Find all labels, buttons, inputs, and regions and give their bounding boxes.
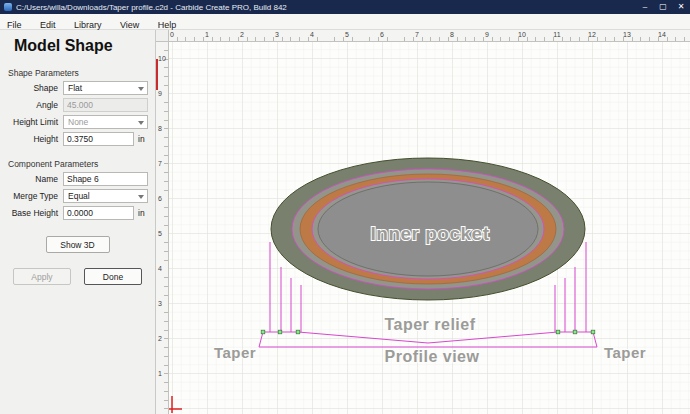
ruler-top-number: 0	[170, 31, 174, 38]
chevron-down-icon	[138, 195, 144, 199]
taper-right-watermark: Taper	[604, 344, 646, 361]
height-limit-select-value: None	[68, 117, 88, 127]
ruler-top-ticks	[169, 37, 690, 41]
height-row: Height in	[4, 132, 148, 146]
height-limit-select[interactable]: None	[63, 115, 148, 129]
ruler-left-number: 5	[158, 230, 162, 237]
shape-label: Shape	[4, 83, 63, 93]
merge-type-select[interactable]: Equal	[63, 189, 148, 203]
name-label: Name	[4, 174, 63, 184]
shape-select-value: Flat	[68, 83, 82, 93]
profile-view-watermark: Profile view	[385, 348, 480, 365]
model-shape-panel: Model Shape Shape Parameters Shape Flat …	[0, 30, 156, 414]
chevron-down-icon	[138, 87, 144, 91]
ruler-top-number: 14	[658, 31, 666, 38]
ruler-top-number: 5	[345, 31, 349, 38]
ruler-left-number: 6	[158, 195, 162, 202]
title-bar: C:/Users/willa/Downloads/Taper profile.c…	[0, 0, 690, 14]
name-row: Name	[4, 172, 148, 186]
done-button[interactable]: Done	[84, 268, 142, 285]
height-limit-row: Height Limit None	[4, 115, 148, 129]
action-row: Apply Done	[13, 268, 142, 285]
taper-left-watermark: Taper	[214, 344, 256, 361]
ruler-top-number: 3	[275, 31, 279, 38]
ruler-left-number: 4	[158, 265, 162, 272]
chevron-down-icon	[138, 121, 144, 125]
component-parameters-header: Component Parameters	[8, 159, 155, 169]
ruler-left-number: 2	[158, 335, 162, 342]
window-title: C:/Users/willa/Downloads/Taper profile.c…	[16, 3, 636, 12]
ruler-left-number: 1	[158, 370, 162, 377]
taper-relief-watermark: Taper relief	[384, 316, 475, 333]
ruler-top-number: 9	[485, 31, 489, 38]
ruler-left-ticks	[164, 42, 168, 414]
ruler-left-number: 10	[158, 55, 166, 62]
angle-field	[63, 98, 148, 112]
shape-row: Shape Flat	[4, 81, 148, 95]
name-field[interactable]	[63, 172, 148, 186]
merge-type-row: Merge Type Equal	[4, 189, 148, 203]
merge-type-label: Merge Type	[4, 191, 63, 201]
base-height-row: Base Height in	[4, 206, 148, 220]
inner-pocket-watermark: Inner pocket	[371, 223, 490, 244]
height-label: Height	[4, 134, 63, 144]
ruler-top-number: 1	[205, 31, 209, 38]
show-3d-button[interactable]: Show 3D	[46, 236, 110, 253]
ruler-top-number: 6	[380, 31, 384, 38]
ruler-left-number: 3	[158, 300, 162, 307]
maximize-button[interactable]: ▢	[654, 0, 672, 14]
ruler-left-number: 9	[158, 90, 162, 97]
ruler-top-number: 12	[588, 31, 596, 38]
angle-label: Angle	[4, 100, 63, 110]
shape-select[interactable]: Flat	[63, 81, 148, 95]
ruler-top-number: 7	[415, 31, 419, 38]
ruler-top-numbers: 01234567891011121314	[169, 30, 690, 42]
close-button[interactable]: ✕	[672, 0, 690, 14]
ruler-top-number: 10	[518, 31, 526, 38]
ruler-left-number: 8	[158, 125, 162, 132]
height-unit: in	[138, 134, 148, 144]
height-limit-label: Height Limit	[4, 117, 63, 127]
minimize-button[interactable]: –	[636, 0, 654, 14]
ruler-top-number: 2	[240, 31, 244, 38]
page-title: Model Shape	[14, 37, 155, 55]
base-height-label: Base Height	[4, 208, 63, 218]
apply-button[interactable]: Apply	[13, 268, 71, 285]
ruler-top-number: 11	[553, 31, 560, 38]
base-height-unit: in	[138, 208, 148, 218]
ruler-left-numbers: 10987654321	[156, 42, 169, 414]
ruler-corner	[156, 30, 169, 42]
shape-parameters-header: Shape Parameters	[8, 68, 155, 78]
ruler-left-number: 7	[158, 160, 162, 167]
menu-bar: File Edit Library View Help	[0, 14, 690, 30]
design-canvas[interactable]: Inner pocket Taper relief Profile view T…	[169, 42, 690, 414]
ruler-top-number: 13	[623, 31, 631, 38]
ruler-top-number: 8	[450, 31, 454, 38]
app-icon	[4, 3, 12, 11]
angle-row: Angle	[4, 98, 148, 112]
merge-type-select-value: Equal	[68, 191, 90, 201]
base-height-field[interactable]	[63, 206, 134, 220]
ruler-selection-indicator	[156, 59, 158, 90]
ruler-top-number: 4	[310, 31, 314, 38]
height-field[interactable]	[63, 132, 134, 146]
